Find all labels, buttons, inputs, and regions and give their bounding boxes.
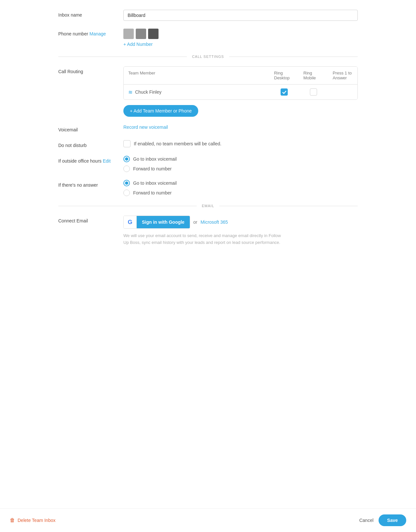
call-settings-divider: CALL SETTINGS bbox=[58, 55, 358, 59]
radio-filled-no-answer-1[interactable] bbox=[123, 180, 130, 186]
record-voicemail-link[interactable]: Record new voicemail bbox=[123, 125, 168, 130]
do-not-disturb-control: If enabled, no team members will be call… bbox=[123, 140, 358, 147]
cancel-button[interactable]: Cancel bbox=[359, 518, 374, 523]
do-not-disturb-label: Do not disturb bbox=[58, 140, 123, 148]
call-routing-label: Call Routing bbox=[58, 66, 123, 74]
do-not-disturb-checkbox[interactable] bbox=[123, 140, 131, 147]
header-team-member: Team Member bbox=[124, 67, 270, 84]
no-answer-control: Go to inbox voicemail Forward to number bbox=[123, 180, 358, 196]
phone-square-1 bbox=[123, 29, 134, 39]
google-logo-icon: G bbox=[128, 219, 132, 226]
google-icon-box: G bbox=[124, 216, 137, 229]
outside-office-radio-group: Go to inbox voicemail Forward to number bbox=[123, 156, 358, 172]
no-answer-radio-group: Go to inbox voicemail Forward to number bbox=[123, 180, 358, 196]
header-ring-mobile: Ring Mobile bbox=[299, 67, 328, 84]
email-divider: EMAIL bbox=[58, 204, 358, 208]
trash-icon: 🗑 bbox=[10, 517, 15, 523]
inbox-name-label: Inbox name bbox=[58, 10, 123, 18]
outside-office-option-2-label: Forward to number bbox=[133, 166, 172, 171]
no-answer-option-1-label: Go to inbox voicemail bbox=[133, 180, 177, 186]
add-member-button[interactable]: + Add Team Member or Phone bbox=[123, 105, 198, 117]
phone-number-row: Phone number Manage + Add Number bbox=[58, 29, 358, 47]
radio-filled-inner-1 bbox=[125, 157, 128, 161]
no-answer-option-1[interactable]: Go to inbox voicemail bbox=[123, 180, 358, 186]
voicemail-control: Record new voicemail bbox=[123, 125, 358, 130]
footer-right: Cancel Save bbox=[359, 514, 406, 526]
phone-number-label: Phone number Manage bbox=[58, 29, 123, 36]
call-routing-control: Team Member Ring Desktop Ring Mobile Pre… bbox=[123, 66, 358, 117]
no-answer-option-2-label: Forward to number bbox=[133, 190, 172, 195]
voicemail-label: Voicemail bbox=[58, 125, 123, 132]
delete-team-inbox-button[interactable]: 🗑 Delete Team Inbox bbox=[10, 517, 55, 523]
member-name-cell: ≋ Chuck Finley bbox=[124, 85, 270, 99]
page-footer: 🗑 Delete Team Inbox Cancel Save bbox=[0, 508, 416, 532]
ring-mobile-cell[interactable] bbox=[299, 85, 328, 100]
microsoft-link[interactable]: Microsoft 365 bbox=[201, 219, 228, 225]
ring-desktop-cell[interactable] bbox=[270, 85, 299, 100]
outside-office-hours-control: Go to inbox voicemail Forward to number bbox=[123, 156, 358, 172]
phone-square-2 bbox=[136, 29, 146, 39]
routing-header: Team Member Ring Desktop Ring Mobile Pre… bbox=[124, 67, 357, 85]
member-icon: ≋ bbox=[128, 89, 132, 95]
or-separator: or bbox=[193, 219, 197, 225]
no-answer-option-2[interactable]: Forward to number bbox=[123, 190, 358, 196]
press-to-answer-cell bbox=[328, 88, 357, 96]
add-number-link[interactable]: + Add Number bbox=[123, 42, 153, 47]
outside-office-edit-link[interactable]: Edit bbox=[103, 158, 111, 164]
outside-office-hours-label: If outside office hours Edit bbox=[58, 156, 123, 164]
manage-link[interactable]: Manage bbox=[90, 31, 106, 36]
connect-email-control: G Sign in with Google or Microsoft 365 W… bbox=[123, 216, 358, 246]
ring-mobile-checkbox[interactable] bbox=[310, 88, 317, 96]
do-not-disturb-row: Do not disturb If enabled, no team membe… bbox=[58, 140, 358, 148]
phone-number-control: + Add Number bbox=[123, 29, 358, 47]
voicemail-row: Voicemail Record new voicemail bbox=[58, 125, 358, 132]
email-description: We will use your email account to send, … bbox=[123, 233, 286, 246]
inbox-name-row: Inbox name bbox=[58, 10, 358, 21]
save-button[interactable]: Save bbox=[379, 514, 406, 526]
routing-table: Team Member Ring Desktop Ring Mobile Pre… bbox=[123, 66, 358, 100]
google-btn-text: Sign in with Google bbox=[137, 216, 190, 228]
table-row: ≋ Chuck Finley bbox=[124, 85, 357, 100]
no-answer-row: If there's no answer Go to inbox voicema… bbox=[58, 180, 358, 196]
outside-office-option-2[interactable]: Forward to number bbox=[123, 166, 358, 172]
inbox-name-control bbox=[123, 10, 358, 21]
radio-empty-no-answer-2[interactable] bbox=[123, 190, 130, 196]
no-answer-label: If there's no answer bbox=[58, 180, 123, 188]
outside-office-hours-row: If outside office hours Edit Go to inbox… bbox=[58, 156, 358, 172]
connect-email-row: Connect Email G Sign in with Google or M… bbox=[58, 216, 358, 246]
outside-office-option-1-label: Go to inbox voicemail bbox=[133, 156, 177, 162]
inbox-name-input[interactable] bbox=[123, 10, 358, 21]
phone-square-3 bbox=[148, 29, 159, 39]
radio-filled-1[interactable] bbox=[123, 156, 130, 162]
outside-office-option-1[interactable]: Go to inbox voicemail bbox=[123, 156, 358, 162]
phone-squares bbox=[123, 29, 358, 39]
add-member-label: + Add Team Member or Phone bbox=[130, 108, 192, 113]
header-press-to-answer: Press 1 to Answer bbox=[328, 67, 357, 84]
member-name: Chuck Finley bbox=[135, 89, 161, 95]
radio-filled-inner-no-answer-1 bbox=[125, 181, 128, 185]
google-signin-button[interactable]: G Sign in with Google bbox=[123, 216, 190, 229]
connect-email-label: Connect Email bbox=[58, 216, 123, 223]
radio-empty-2[interactable] bbox=[123, 166, 130, 172]
header-ring-desktop: Ring Desktop bbox=[270, 67, 299, 84]
call-routing-row: Call Routing Team Member Ring Desktop Ri… bbox=[58, 66, 358, 117]
delete-btn-label: Delete Team Inbox bbox=[18, 518, 55, 523]
ring-desktop-checkbox[interactable] bbox=[281, 88, 288, 96]
do-not-disturb-description: If enabled, no team members will be call… bbox=[134, 141, 221, 146]
